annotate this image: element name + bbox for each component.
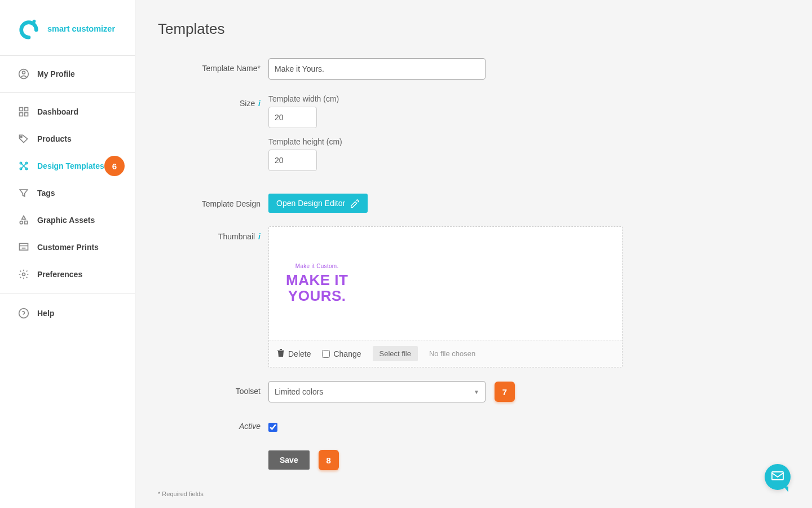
change-thumbnail-checkbox[interactable]: Change xyxy=(322,349,361,358)
svg-point-2 xyxy=(23,71,25,74)
thumbnail-preview: Make it Custom. MAKE ITYOURS. xyxy=(269,227,622,340)
chevron-down-icon: ▼ xyxy=(474,389,479,395)
svg-rect-13 xyxy=(25,221,28,224)
svg-rect-6 xyxy=(25,113,28,116)
info-icon[interactable]: i xyxy=(258,99,261,108)
marker-7: 7 xyxy=(495,382,515,402)
page-title: Templates xyxy=(158,20,787,38)
label-height: Template height (cm) xyxy=(268,137,787,146)
svg-point-7 xyxy=(21,136,23,138)
marker-8: 8 xyxy=(319,450,339,470)
svg-point-15 xyxy=(23,273,25,276)
sidebar-label: Graphic Assets xyxy=(37,216,95,225)
sidebar-label: Dashboard xyxy=(37,107,78,116)
label-active: Active xyxy=(158,416,268,434)
select-file-button[interactable]: Select file xyxy=(373,346,418,361)
shapes-icon xyxy=(18,214,29,226)
save-button[interactable]: Save xyxy=(268,450,310,470)
sidebar-item-preferences[interactable]: Preferences xyxy=(0,261,135,288)
thumbnail-box: Make it Custom. MAKE ITYOURS. Delete xyxy=(268,226,623,367)
height-input[interactable] xyxy=(268,150,317,171)
prints-icon xyxy=(18,242,29,253)
label-size: Size i xyxy=(158,93,268,180)
tag-icon xyxy=(18,133,29,144)
required-note: * Required fields xyxy=(158,491,787,497)
info-icon[interactable]: i xyxy=(258,232,261,241)
active-checkbox[interactable] xyxy=(268,423,277,432)
edit-icon xyxy=(350,199,360,208)
sidebar-item-help[interactable]: Help xyxy=(0,300,135,327)
sidebar: smart customizer My Profile Dashboard xyxy=(0,0,135,508)
sidebar-item-products[interactable]: Products xyxy=(0,125,135,152)
svg-rect-3 xyxy=(20,108,23,111)
brand-text: smart customizer xyxy=(47,24,115,33)
delete-thumbnail-button[interactable]: Delete xyxy=(277,348,311,359)
sidebar-label: Help xyxy=(37,309,54,318)
sidebar-label: Customer Prints xyxy=(37,243,99,252)
sidebar-item-profile[interactable]: My Profile xyxy=(0,56,135,92)
template-name-input[interactable] xyxy=(268,58,486,80)
label-thumbnail: Thumbnail i xyxy=(158,226,268,367)
sidebar-label: Products xyxy=(37,134,72,143)
svg-rect-17 xyxy=(772,472,783,480)
label-template-design: Template Design xyxy=(158,194,268,213)
preview-small-text: Make it Custom. xyxy=(286,263,348,269)
badge-marker: 6 xyxy=(104,156,125,176)
help-icon xyxy=(18,308,29,319)
sidebar-label: Tags xyxy=(37,189,55,198)
svg-rect-14 xyxy=(20,243,28,250)
label-width: Template width (cm) xyxy=(268,94,787,103)
no-file-text: No file chosen xyxy=(429,349,475,358)
svg-point-12 xyxy=(20,221,23,224)
label-template-name: Template Name* xyxy=(158,58,268,80)
trash-icon xyxy=(277,348,285,359)
width-input[interactable] xyxy=(268,107,317,128)
sidebar-label: Design Templates xyxy=(37,161,104,170)
sidebar-item-tags[interactable]: Tags xyxy=(0,179,135,207)
filter-icon xyxy=(18,187,29,199)
sidebar-item-dashboard[interactable]: Dashboard xyxy=(0,98,135,125)
mail-icon xyxy=(771,470,784,484)
sidebar-item-design-templates[interactable]: Design Templates 6 xyxy=(0,152,135,179)
sidebar-item-graphic-assets[interactable]: Graphic Assets xyxy=(0,207,135,234)
main-content: Templates Template Name* Size i Template… xyxy=(135,0,812,508)
open-design-editor-button[interactable]: Open Design Editor xyxy=(268,194,368,213)
dashboard-icon xyxy=(18,106,29,117)
sidebar-label: My Profile xyxy=(37,69,75,78)
logo[interactable]: smart customizer xyxy=(0,0,135,56)
user-icon xyxy=(18,68,29,80)
gear-icon xyxy=(18,269,29,280)
sidebar-item-customer-prints[interactable]: Customer Prints xyxy=(0,234,135,261)
thumbnail-actions: Delete Change Select file No file chosen xyxy=(269,340,622,367)
design-icon xyxy=(18,160,29,172)
chat-fab[interactable] xyxy=(765,464,791,490)
toolset-select[interactable]: Limited colors ▼ xyxy=(268,381,486,402)
label-toolset: Toolset xyxy=(158,381,268,402)
svg-rect-5 xyxy=(20,113,23,116)
svg-rect-4 xyxy=(25,108,28,111)
preview-big-text: MAKE ITYOURS. xyxy=(286,273,348,304)
sidebar-label: Preferences xyxy=(37,270,82,279)
logo-icon xyxy=(18,18,39,40)
